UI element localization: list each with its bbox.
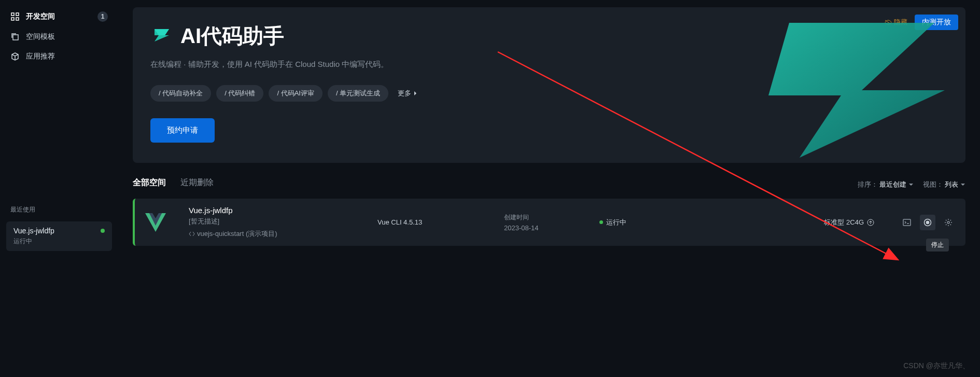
copy-icon xyxy=(10,32,20,41)
vue-logo-icon xyxy=(135,213,176,232)
workspace-row[interactable]: Vue.js-jwldfp [暂无描述] vuejs-quickstart (演… xyxy=(133,199,965,246)
caret-down-icon xyxy=(908,183,914,187)
recent-section: 最近使用 Vue.js-jwldfp 运行中 xyxy=(4,201,114,251)
more-link[interactable]: 更多 xyxy=(398,89,417,98)
recent-title: 最近使用 xyxy=(4,201,114,218)
workspace-created: 创建时间 2023-08-14 xyxy=(504,213,587,232)
nav-apps[interactable]: 应用推荐 xyxy=(4,47,114,66)
nav-label: 开发空间 xyxy=(26,12,55,21)
nav-label: 应用推荐 xyxy=(26,52,55,61)
banner-title: AI代码助手 xyxy=(180,22,284,50)
pill-fix[interactable]: / 代码纠错 xyxy=(216,85,263,102)
tabs-row: 全部空间 近期删除 排序： 最近创建 视图： 列表 xyxy=(133,177,965,191)
svg-rect-1 xyxy=(16,13,19,16)
banner-artwork xyxy=(717,7,965,163)
workspace-desc: [暂无描述] xyxy=(189,217,365,226)
workspace-name: Vue.js-jwldfp xyxy=(189,206,365,215)
upgrade-icon[interactable] xyxy=(867,219,874,226)
main: 隐藏 内测开放 AI代码助手 在线编程 · 辅助开发，使用 AI 代码助手在 C… xyxy=(118,0,980,377)
reserve-button[interactable]: 预约申请 xyxy=(150,118,215,143)
svg-point-9 xyxy=(927,221,929,224)
workspace-template: vuejs-quickstart (演示项目) xyxy=(189,229,365,239)
recent-item[interactable]: Vue.js-jwldfp 运行中 xyxy=(6,221,112,251)
grid-icon xyxy=(10,12,20,21)
svg-rect-2 xyxy=(11,18,14,20)
terminal-button[interactable] xyxy=(899,215,915,230)
nav-templates[interactable]: 空间模板 xyxy=(4,27,114,47)
workspace-cli: Vue CLI 4.5.13 xyxy=(377,218,492,226)
view-control[interactable]: 视图： 列表 xyxy=(923,180,965,189)
workspace-status: 运行中 xyxy=(599,218,662,227)
sort-control[interactable]: 排序： 最近创建 xyxy=(858,180,914,189)
ai-banner: 隐藏 内测开放 AI代码助手 在线编程 · 辅助开发，使用 AI 代码助手在 C… xyxy=(133,7,965,163)
sidebar: 开发空间 1 空间模板 应用推荐 最近使用 Vue.js-jwldfp 运行中 xyxy=(0,0,118,377)
svg-rect-3 xyxy=(16,18,19,20)
nav-badge: 1 xyxy=(97,11,108,22)
cube-icon xyxy=(10,52,20,61)
nav-label: 空间模板 xyxy=(26,32,55,41)
workspace-spec: 标准型 2C4G xyxy=(824,218,874,227)
stop-tooltip: 停止 xyxy=(926,239,949,252)
nav-dev-spaces[interactable]: 开发空间 1 xyxy=(4,6,114,27)
settings-button[interactable] xyxy=(941,215,956,230)
ai-logo-icon xyxy=(150,24,173,49)
recent-name: Vue.js-jwldfp xyxy=(13,227,105,235)
code-icon xyxy=(189,231,195,237)
watermark: CSDN @亦世凡华、 xyxy=(903,361,970,371)
caret-down-icon xyxy=(960,183,965,187)
pill-review[interactable]: / 代码AI评审 xyxy=(269,85,323,102)
pill-test[interactable]: / 单元测试生成 xyxy=(328,85,388,102)
running-dot-icon xyxy=(101,229,105,233)
pill-autocomplete[interactable]: / 代码自动补全 xyxy=(150,85,211,102)
running-dot-icon xyxy=(599,220,603,224)
svg-point-10 xyxy=(947,221,949,224)
recent-status: 运行中 xyxy=(13,237,105,246)
svg-rect-7 xyxy=(903,219,911,226)
tab-deleted[interactable]: 近期删除 xyxy=(180,177,214,191)
svg-rect-0 xyxy=(11,13,14,16)
stop-button[interactable] xyxy=(920,215,935,230)
tab-all[interactable]: 全部空间 xyxy=(133,177,166,191)
svg-rect-4 xyxy=(13,35,18,40)
